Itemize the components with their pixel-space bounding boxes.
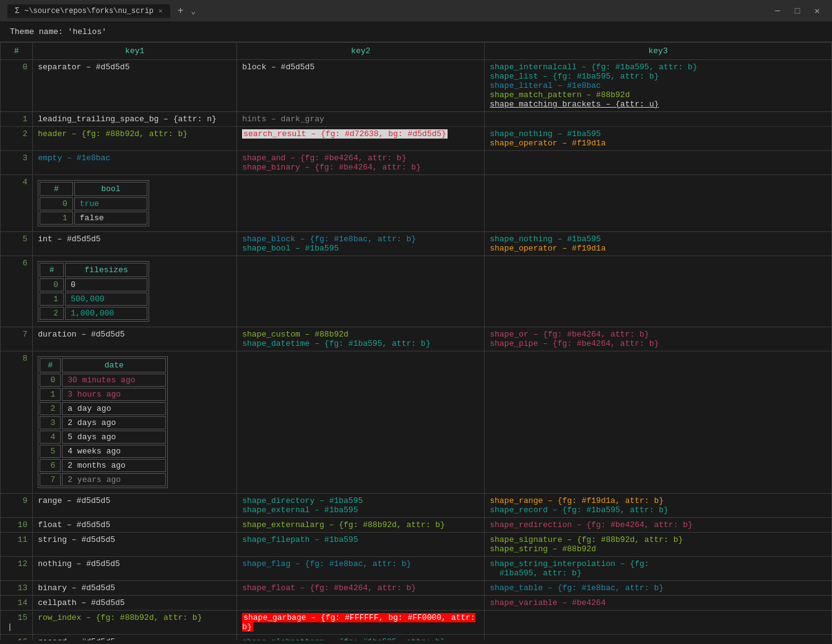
row13-col3: shape_table – {fg: #1e8bac, attr: b}	[485, 581, 832, 596]
new-tab-button[interactable]: +	[173, 6, 189, 17]
row-num-3: 3	[1, 151, 33, 175]
row1-col3	[485, 112, 832, 127]
row6-col2	[237, 256, 485, 327]
tab-label: ~\source\repos\forks\nu_scrip	[24, 7, 154, 15]
titlebar: Σ ~\source\repos\forks\nu_scrip ✕ + ⌄ ─ …	[0, 0, 832, 22]
row2-col1: header – {fg: #88b92d, attr: b}	[33, 127, 237, 151]
table-row: 16 record – #d5d5d5 shape_globpattern – …	[1, 635, 832, 641]
row4-col1: # bool 0 true 1 false	[33, 175, 237, 232]
row6-col3	[485, 256, 832, 327]
row10-col1: float – #d5d5d5	[33, 518, 237, 533]
table-row: 0 separator – #d5d5d5 block – #d5d5d5 sh…	[1, 60, 832, 112]
row2-col2: search_result – {fg: #d72638, bg: #d5d5d…	[237, 127, 485, 151]
row-num-15: 15	[1, 611, 33, 635]
row-num-7: 7	[1, 327, 33, 351]
row12-col2: shape_flag – {fg: #1e8bac, attr: b}	[237, 557, 485, 581]
row-num-10: 10	[1, 518, 33, 533]
cursor-indicator: |	[7, 622, 12, 632]
row8-col3	[485, 351, 832, 494]
table-row: 12 nothing – #d5d5d5 shape_flag – {fg: #…	[1, 557, 832, 581]
table-row: 5 int – #d5d5d5 shape_block – {fg: #1e8b…	[1, 232, 832, 256]
row-num-1: 1	[1, 112, 33, 127]
row2-col3: shape_nothing – #1ba595 shape_operator –…	[485, 127, 832, 151]
row-num-16: 16	[1, 635, 33, 641]
cursor-line: |	[7, 622, 12, 632]
table-row: 3 empty – #1e8bac shape_and – {fg: #be42…	[1, 151, 832, 175]
row-num-6: 6	[1, 256, 33, 327]
row7-col2: shape_custom – #88b92d shape_datetime – …	[237, 327, 485, 351]
window-controls: ─ □ ✕	[770, 4, 825, 19]
theme-line-text: Theme name: 'helios'	[10, 27, 106, 36]
col-key3: key3	[485, 43, 832, 60]
table-row: 6 # filesizes 0 0	[1, 256, 832, 327]
table-row: 10 float – #d5d5d5 shape_externalarg – {…	[1, 518, 832, 533]
row15-col1: row_index – {fg: #88b92d, attr: b}	[33, 611, 237, 635]
row12-col1: nothing – #d5d5d5	[33, 557, 237, 581]
tab-close-button[interactable]: ✕	[158, 7, 163, 15]
row-num-9: 9	[1, 494, 33, 518]
row10-col2: shape_externalarg – {fg: #88b92d, attr: …	[237, 518, 485, 533]
row0-col1: separator – #d5d5d5	[33, 60, 237, 112]
tab-dropdown-button[interactable]: ⌄	[188, 6, 198, 16]
row5-col1: int – #d5d5d5	[33, 232, 237, 256]
row15-col2: shape_garbage – {fg: #FFFFFF, bg: #FF000…	[237, 611, 485, 635]
row-num-14: 14	[1, 596, 33, 611]
row11-col1: string – #d5d5d5	[33, 533, 237, 557]
table-row: 4 # bool 0 true	[1, 175, 832, 232]
row16-col2: shape_globpattern – {fg: #1ba595, attr: …	[237, 635, 485, 641]
row3-col2: shape_and – {fg: #be4264, attr: b} shape…	[237, 151, 485, 175]
row0-col3: shape_internalcall – {fg: #1ba595, attr:…	[485, 60, 832, 112]
table-row: 1 leading_trailing_space_bg – {attr: n} …	[1, 112, 832, 127]
row8-col2	[237, 351, 485, 494]
col-key2: key2	[237, 43, 485, 60]
row0-col2: block – #d5d5d5	[237, 60, 485, 112]
row9-col1: range – #d5d5d5	[33, 494, 237, 518]
date-table: # date 0 30 minutes ago 1 3 hours ago	[38, 356, 168, 488]
row1-col2: hints – dark_gray	[237, 112, 485, 127]
row-num-8: 8	[1, 351, 33, 494]
table-header-row: # key1 key2 key3	[1, 43, 832, 60]
data-table: # key1 key2 key3 0 separator – #d5d5d5 b…	[0, 42, 832, 640]
row3-col3	[485, 151, 832, 175]
main-content: # key1 key2 key3 0 separator – #d5d5d5 b…	[0, 42, 832, 640]
close-button[interactable]: ✕	[810, 4, 825, 19]
row6-col1: # filesizes 0 0 1 500,000	[33, 256, 237, 327]
row9-col2: shape_directory – #1ba595 shape_external…	[237, 494, 485, 518]
row-num-4: 4	[1, 175, 33, 232]
terminal-tab[interactable]: Σ ~\source\repos\forks\nu_scrip ✕	[7, 4, 170, 18]
table-row: 13 binary – #d5d5d5 shape_float – {fg: #…	[1, 581, 832, 596]
row16-col1: record – #d5d5d5	[33, 635, 237, 641]
row7-col1: duration – #d5d5d5	[33, 327, 237, 351]
row11-col3: shape_signature – {fg: #88b92d, attr: b}…	[485, 533, 832, 557]
row-num-5: 5	[1, 232, 33, 256]
row5-col2: shape_block – {fg: #1e8bac, attr: b} sha…	[237, 232, 485, 256]
row4-col3	[485, 175, 832, 232]
row3-col1: empty – #1e8bac	[33, 151, 237, 175]
row-num-12: 12	[1, 557, 33, 581]
theme-line: Theme name: 'helios'	[0, 22, 832, 42]
minimize-button[interactable]: ─	[770, 4, 785, 19]
row15-col3	[485, 611, 832, 635]
row7-col3: shape_or – {fg: #be4264, attr: b} shape_…	[485, 327, 832, 351]
row-num-0: 0	[1, 60, 33, 112]
table-row: 8 # date 0 30 minutes ago	[1, 351, 832, 494]
table-row: 9 range – #d5d5d5 shape_directory – #1ba…	[1, 494, 832, 518]
row4-col2	[237, 175, 485, 232]
row-num-11: 11	[1, 533, 33, 557]
row14-col3: shape_variable – #be4264	[485, 596, 832, 611]
row1-col1: leading_trailing_space_bg – {attr: n}	[33, 112, 237, 127]
row-num-13: 13	[1, 581, 33, 596]
maximize-button[interactable]: □	[790, 4, 805, 19]
row9-col3: shape_range – {fg: #f19d1a, attr: b} sha…	[485, 494, 832, 518]
table-row: 11 string – #d5d5d5 shape_filepath – #1b…	[1, 533, 832, 557]
row5-col3: shape_nothing – #1ba595 shape_operator –…	[485, 232, 832, 256]
row10-col3: shape_redirection – {fg: #be4264, attr: …	[485, 518, 832, 533]
row13-col2: shape_float – {fg: #be4264, attr: b}	[237, 581, 485, 596]
table-row: 14 cellpath – #d5d5d5 shape_variable – #…	[1, 596, 832, 611]
table-row: 7 duration – #d5d5d5 shape_custom – #88b…	[1, 327, 832, 351]
row13-col1: binary – #d5d5d5	[33, 581, 237, 596]
row16-col3	[485, 635, 832, 641]
row14-col1: cellpath – #d5d5d5	[33, 596, 237, 611]
row14-col2	[237, 596, 485, 611]
row8-col1: # date 0 30 minutes ago 1 3 hours ago	[33, 351, 237, 494]
